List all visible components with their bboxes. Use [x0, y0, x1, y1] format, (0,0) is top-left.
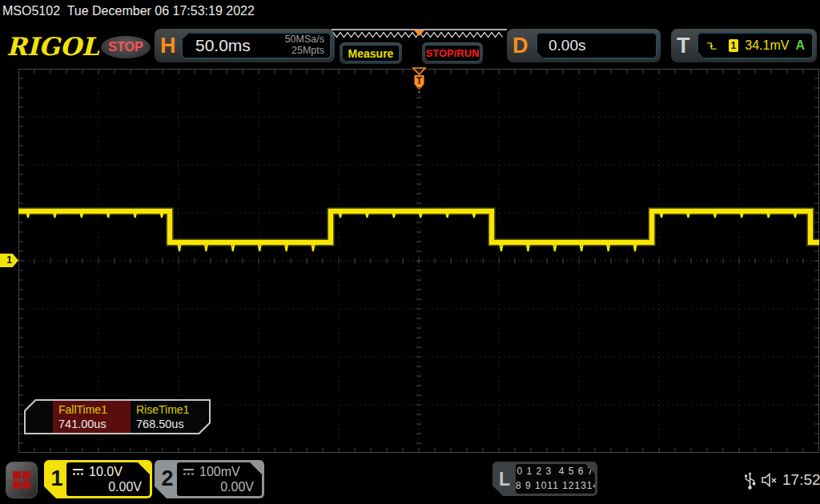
rigol-logo: RIGOL	[6, 32, 99, 61]
channel1-values-box: 10.0V 0.00V	[66, 462, 150, 496]
menu-button[interactable]	[6, 462, 38, 498]
channel1-scale: 10.0V	[89, 465, 123, 479]
channel2-widget[interactable]: 2 100mV 0.00V	[155, 460, 264, 498]
measurement-label: FallTime1	[58, 403, 131, 416]
channel2-offset: 0.00V	[177, 480, 262, 494]
delay-label: D	[512, 34, 529, 58]
channel1-widget[interactable]: 1 10.0V 0.00V	[44, 460, 152, 498]
measurement-label: RiseTime1	[136, 403, 208, 416]
falling-edge-trigger-icon	[706, 40, 718, 52]
horizontal-inner-box: 50.0ms 50MSa/s 25Mpts	[181, 32, 332, 59]
trigger-inner-box: 1 34.1mV A	[697, 32, 814, 59]
trigger-settings-block[interactable]: T 1 34.1mV A	[671, 29, 817, 62]
horizontal-label: H	[160, 34, 176, 58]
logic-row-1: 0 1 2 3 4 5 6 7	[516, 465, 595, 478]
stop-run-button[interactable]: STOP/RUN	[422, 42, 483, 64]
clock: 17:52	[782, 471, 820, 489]
channel1-ground-marker[interactable]: 1	[0, 254, 18, 267]
trigger-sweep-mode: A	[795, 38, 805, 53]
memory-depth: 25Mpts	[291, 45, 324, 56]
dc-coupling-icon	[183, 468, 195, 476]
measurement-risetime[interactable]: RiseTime1 768.50us	[131, 401, 208, 433]
acquisition-status-badge: STOP	[101, 36, 151, 58]
timebase-value: 50.0ms	[195, 36, 285, 55]
delay-settings-block[interactable]: D 0.00s	[507, 29, 661, 62]
channel2-values-box: 100mV 0.00V	[177, 462, 262, 496]
measurement-falltime[interactable]: FallTime1 741.00us	[53, 401, 131, 433]
channel2-number: 2	[159, 466, 176, 491]
trigger-source-badge: 1	[729, 39, 739, 52]
usb-icon	[744, 469, 756, 491]
waveform-display-grid	[18, 69, 819, 453]
trigger-label: T	[677, 34, 690, 58]
horizontal-settings-block[interactable]: H 50.0ms 50MSa/s 25Mpts	[155, 29, 335, 62]
measurement-panel[interactable]: FallTime1 741.00us RiseTime1 768.50us	[24, 399, 211, 434]
svg-text:T: T	[416, 75, 423, 86]
logic-channel-list: 0 1 2 3 4 5 6 7 8 9 1011 12131415	[516, 464, 595, 494]
memory-waveform-strip[interactable]	[332, 29, 507, 41]
measure-button-label: Measure	[348, 47, 394, 60]
model-and-datetime: MSO5102 Tue December 06 17:53:19 2022	[2, 4, 255, 18]
measure-button[interactable]: Measure	[340, 42, 402, 64]
channel2-scale: 100mV	[199, 465, 240, 479]
measurement-value: 768.50us	[136, 418, 208, 430]
logic-row-2: 8 9 1011 12131415	[516, 479, 595, 493]
stop-run-button-label: STOP/RUN	[426, 47, 480, 59]
speaker-muted-icon	[761, 473, 778, 487]
sample-rate: 50MSa/s	[285, 34, 324, 45]
measurement-value: 741.00us	[58, 418, 131, 430]
logic-channels-widget[interactable]: L 0 1 2 3 4 5 6 7 8 9 1011 12131415	[492, 462, 597, 496]
trigger-level-value: 34.1mV	[745, 38, 789, 53]
channel1-number: 1	[48, 466, 66, 491]
trigger-position-marker[interactable]: T	[412, 67, 427, 94]
delay-inner-box: 0.00s	[536, 32, 657, 59]
channel1-offset: 0.00V	[66, 480, 150, 494]
dc-coupling-icon	[72, 468, 84, 476]
logic-label: L	[499, 468, 510, 490]
oscilloscope-screen: MSO5102 Tue December 06 17:53:19 2022 RI…	[0, 0, 820, 504]
delay-value: 0.00s	[549, 37, 585, 54]
sample-rate-memory: 50MSa/s 25Mpts	[285, 34, 324, 57]
menu-grid-icon	[11, 470, 32, 490]
